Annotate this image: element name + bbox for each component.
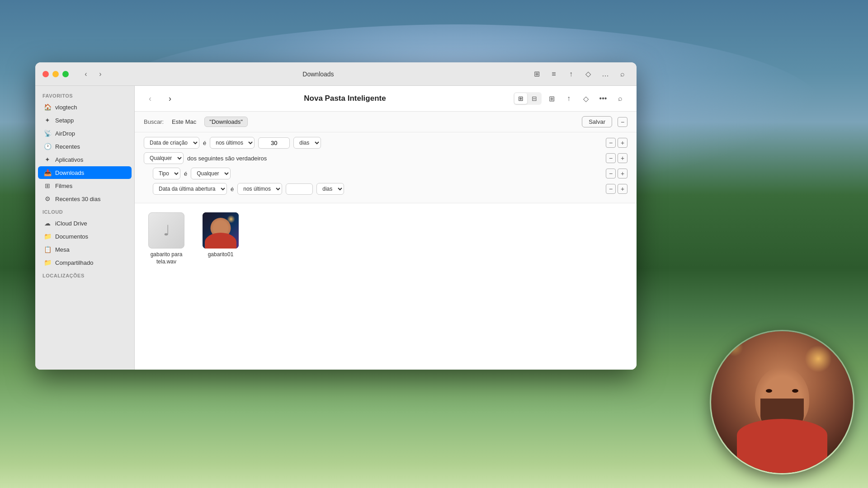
- recentes-icon: 🕐: [43, 142, 52, 150]
- downloads-icon: 📥: [43, 169, 52, 177]
- file-grid: ♩ gabarito para tela.wav gabarito01: [135, 203, 637, 370]
- sidebar-label-documentos: Documentos: [55, 233, 88, 240]
- title-bar-title: Downloads: [112, 70, 524, 78]
- header-tools: ⊞ ⊟ ⊞ ↑ ◇ ••• ⌕: [514, 91, 627, 106]
- filter-row3-connector: é: [184, 170, 187, 177]
- filter-row4-connector: é: [231, 186, 234, 192]
- view-toggle: ⊞ ⊟: [514, 92, 542, 105]
- header-tag-btn[interactable]: ◇: [579, 91, 593, 106]
- sidebar-label-recentes: Recentes: [55, 143, 80, 150]
- close-button[interactable]: [42, 71, 49, 77]
- filter-row3-btns: − +: [606, 169, 627, 178]
- sidebar-item-icloud-drive[interactable]: ☁ iCloud Drive: [38, 217, 132, 230]
- filter-row2-remove[interactable]: −: [606, 153, 616, 163]
- filter-row2-add[interactable]: +: [618, 153, 627, 163]
- content-forward-button[interactable]: ›: [164, 92, 176, 105]
- filter-row1-add[interactable]: +: [618, 138, 627, 148]
- minimize-button[interactable]: [52, 71, 59, 77]
- filter-row4-select1[interactable]: Data da última abertura: [153, 183, 227, 195]
- remove-search-btn[interactable]: −: [618, 117, 627, 127]
- downloads-scope[interactable]: "Downloads": [204, 117, 248, 127]
- sidebar-item-documentos[interactable]: 📁 Documentos: [38, 230, 132, 243]
- header-share-btn[interactable]: ↑: [561, 91, 576, 106]
- filter-row1-remove[interactable]: −: [606, 138, 616, 148]
- header-search-btn[interactable]: ⌕: [613, 91, 627, 106]
- filter-row-4: Data da última abertura é nos últimos di…: [144, 183, 627, 195]
- filter-row4-select3[interactable]: dias: [316, 183, 344, 195]
- icloud-label: iCloud: [35, 206, 134, 216]
- content-back-button[interactable]: ‹: [144, 92, 156, 105]
- more-btn[interactable]: …: [599, 67, 612, 81]
- filter-row1-select3[interactable]: dias: [293, 137, 321, 149]
- sidebar-item-aplicativos[interactable]: ✦ Aplicativos: [38, 153, 132, 166]
- buscar-label: Buscar:: [144, 118, 164, 125]
- filter-row4-add[interactable]: +: [618, 184, 627, 194]
- sidebar-item-mesa[interactable]: 📋 Mesa: [38, 243, 132, 256]
- localizacoes-label: Localizações: [35, 269, 134, 280]
- header-more-btn[interactable]: •••: [596, 91, 610, 106]
- audio-file-icon: ♩: [148, 212, 184, 249]
- sidebar-item-recentes[interactable]: 🕐 Recentes: [38, 140, 132, 153]
- webcam-bg-light: [805, 345, 832, 372]
- search-bar: Buscar: Este Mac "Downloads" Salvar −: [135, 112, 637, 132]
- filter-row1-value[interactable]: [258, 137, 290, 149]
- header-list-btn[interactable]: ⊞: [544, 91, 559, 106]
- sidebar-item-downloads[interactable]: 📥 Downloads: [38, 166, 132, 179]
- favoritos-label: Favoritos: [35, 89, 134, 100]
- list-view-btn[interactable]: ≡: [547, 67, 561, 81]
- traffic-lights: [42, 71, 69, 77]
- sidebar-item-recentes30[interactable]: ⚙ Recentes 30 dias: [38, 192, 132, 205]
- filter-row3-remove[interactable]: −: [606, 169, 616, 178]
- icon-view-btn[interactable]: ⊞: [514, 93, 527, 104]
- sidebar-label-compartilhado: Compartilhado: [55, 259, 94, 266]
- share-btn[interactable]: ↑: [564, 67, 578, 81]
- webcam-video: [711, 331, 853, 473]
- filter-row1-connector1: é: [203, 140, 206, 146]
- save-button[interactable]: Salvar: [582, 116, 612, 127]
- title-bar: ‹ › Downloads ⊞ ≡ ↑ ◇ … ⌕: [35, 62, 637, 86]
- finder-body: Favoritos 🏠 vlogtech ✦ Setapp 📡 AirDrop …: [35, 86, 637, 370]
- filter-row4-select2[interactable]: nos últimos: [237, 183, 282, 195]
- filter-row-3: Tipo é Qualquer − +: [144, 168, 627, 179]
- mesa-icon: 📋: [43, 245, 52, 253]
- aplicativos-icon: ✦: [43, 155, 52, 164]
- file-item-1[interactable]: ♩ gabarito para tela.wav: [144, 212, 189, 265]
- search-btn[interactable]: ⌕: [616, 67, 629, 81]
- sidebar-item-filmes[interactable]: ⊞ Filmes: [38, 179, 132, 192]
- compartilhado-icon: 📁: [43, 258, 52, 267]
- filter-row2-select1[interactable]: Qualquer: [144, 152, 184, 164]
- webcam-person-body: [737, 419, 827, 473]
- view-icon[interactable]: ⊞: [530, 67, 543, 81]
- filter-row1-select2[interactable]: nos últimos: [210, 137, 255, 149]
- sidebar-item-setapp[interactable]: ✦ Setapp: [38, 114, 132, 127]
- sidebar-label-aplicativos: Aplicativos: [55, 156, 83, 163]
- sidebar-item-airdrop[interactable]: 📡 AirDrop: [38, 127, 132, 140]
- filter-row3-select2[interactable]: Qualquer: [191, 168, 231, 179]
- file-item-2[interactable]: gabarito01: [198, 212, 243, 265]
- sidebar-item-compartilhado[interactable]: 📁 Compartilhado: [38, 256, 132, 269]
- forward-button[interactable]: ›: [94, 68, 107, 80]
- sidebar: Favoritos 🏠 vlogtech ✦ Setapp 📡 AirDrop …: [35, 86, 135, 370]
- icloud-drive-icon: ☁: [43, 219, 52, 227]
- filter-row1-select1[interactable]: Data de criação: [144, 137, 199, 149]
- este-mac-btn[interactable]: Este Mac: [169, 117, 199, 127]
- sidebar-label-filmes: Filmes: [55, 183, 72, 189]
- filmes-icon: ⊞: [43, 182, 52, 190]
- maximize-button[interactable]: [62, 71, 69, 77]
- smart-folder-header: ‹ › Nova Pasta Inteligente ⊞ ⊟ ⊞ ↑ ◇ •••…: [135, 86, 637, 112]
- sidebar-label-mesa: Mesa: [55, 246, 70, 253]
- filter-row3-add[interactable]: +: [618, 169, 627, 178]
- grid-view-btn[interactable]: ⊟: [528, 93, 541, 104]
- back-button[interactable]: ‹: [80, 68, 92, 80]
- title-bar-nav: ‹ ›: [80, 68, 107, 80]
- tag-btn[interactable]: ◇: [581, 67, 595, 81]
- filter-row4-value[interactable]: [286, 183, 313, 195]
- webcam-light-left: [725, 338, 743, 357]
- filter-row2-text: dos seguintes são verdadeiros: [187, 155, 267, 162]
- sidebar-item-vlogtech[interactable]: 🏠 vlogtech: [38, 101, 132, 113]
- filter-row4-remove[interactable]: −: [606, 184, 616, 194]
- recentes30-icon: ⚙: [43, 195, 52, 203]
- filter-row3-select1[interactable]: Tipo: [153, 168, 180, 179]
- sidebar-label-icloud-drive: iCloud Drive: [55, 220, 87, 227]
- home-icon: 🏠: [43, 103, 52, 111]
